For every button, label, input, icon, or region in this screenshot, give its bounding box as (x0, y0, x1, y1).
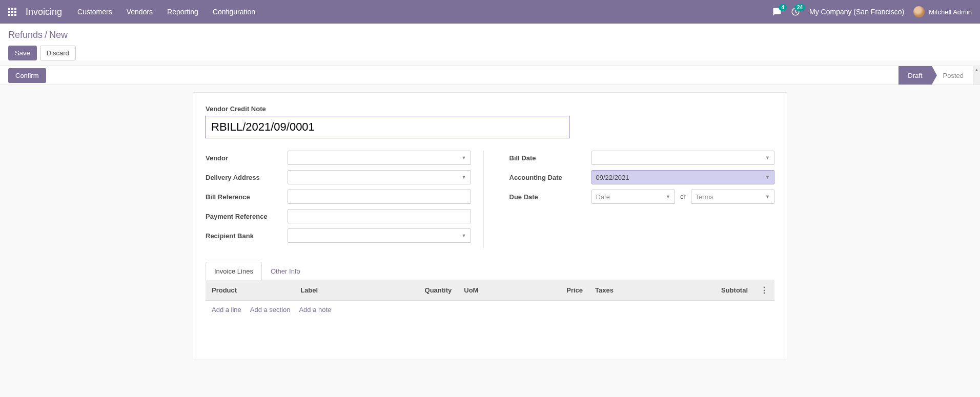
activities-icon[interactable]: 24 (791, 7, 800, 16)
svg-rect-1 (11, 8, 13, 10)
col-uom[interactable]: UoM (458, 280, 521, 301)
status-posted[interactable]: Posted (932, 66, 973, 85)
caret-down-icon: ▼ (462, 175, 466, 180)
bank-label: Recipient Bank (206, 232, 288, 240)
svg-rect-5 (14, 11, 16, 13)
svg-rect-7 (11, 14, 13, 16)
save-button[interactable]: Save (8, 46, 37, 60)
form-col-right: Bill Date ▼ Accounting Date 09/22/2021▼ … (509, 151, 775, 248)
acc-date-value: 09/22/2021 (596, 174, 629, 181)
scrollbar[interactable]: ▲ (973, 66, 980, 85)
title-label: Vendor Credit Note (206, 105, 774, 113)
vendor-select[interactable]: ▼ (288, 151, 471, 165)
due-date-input[interactable]: Date▼ (591, 190, 675, 204)
add-note-link[interactable]: Add a note (299, 306, 331, 314)
avatar (913, 6, 925, 17)
kebab-icon[interactable]: ⋮ (760, 286, 768, 295)
add-links-row: Add a line Add a section Add a note (206, 301, 774, 319)
svg-rect-8 (14, 14, 16, 16)
svg-rect-6 (8, 14, 10, 16)
bank-select[interactable]: ▼ (288, 228, 471, 243)
line-table: Product Label Quantity UoM Price Taxes S… (206, 280, 774, 319)
status-steps: Draft Posted (899, 66, 973, 85)
company-name[interactable]: My Company (San Francisco) (809, 8, 904, 16)
nav-configuration[interactable]: Configuration (213, 8, 255, 16)
activities-badge: 24 (794, 4, 805, 11)
app-title[interactable]: Invoicing (26, 7, 62, 17)
terms-select[interactable]: Terms▼ (691, 190, 774, 204)
col-subtotal[interactable]: Subtotal (662, 280, 754, 301)
nav-vendors[interactable]: Vendors (127, 8, 153, 16)
breadcrumb: Refunds/New (8, 30, 972, 40)
discard-button[interactable]: Discard (40, 46, 76, 60)
caret-down-icon: ▼ (666, 194, 670, 199)
breadcrumb-parent[interactable]: Refunds (8, 30, 43, 40)
confirm-button[interactable]: Confirm (8, 68, 46, 83)
messages-badge: 4 (779, 4, 787, 11)
acc-date-input[interactable]: 09/22/2021▼ (591, 170, 775, 184)
col-taxes[interactable]: Taxes (589, 280, 662, 301)
svg-rect-3 (8, 11, 10, 13)
col-product[interactable]: Product (206, 280, 294, 301)
nav-reporting[interactable]: Reporting (167, 8, 198, 16)
col-quantity[interactable]: Quantity (365, 280, 458, 301)
col-price[interactable]: Price (521, 280, 589, 301)
status-bar: Confirm Draft Posted ▲ (0, 66, 980, 85)
caret-down-icon: ▼ (462, 233, 466, 238)
nav-right: 4 24 My Company (San Francisco) Mitchell… (772, 6, 972, 17)
bill-date-input[interactable]: ▼ (591, 151, 775, 165)
tabs: Invoice Lines Other Info (206, 261, 774, 280)
form-col-left: Vendor ▼ Delivery Address ▼ Bill Referen… (206, 151, 484, 248)
svg-rect-0 (8, 8, 10, 10)
scroll-up-icon[interactable]: ▲ (973, 66, 980, 73)
user-name: Mitchell Admin (929, 8, 972, 16)
svg-rect-2 (14, 8, 16, 10)
bill-ref-input[interactable] (288, 190, 471, 204)
delivery-label: Delivery Address (206, 174, 288, 181)
vendor-label: Vendor (206, 154, 288, 162)
user-menu[interactable]: Mitchell Admin (913, 6, 972, 17)
apps-icon[interactable] (8, 8, 16, 16)
nav-menu: Customers Vendors Reporting Configuratio… (77, 8, 255, 16)
bill-date-label: Bill Date (509, 154, 591, 162)
caret-down-icon: ▼ (765, 175, 770, 180)
breadcrumb-bar: Refunds/New Save Discard (0, 24, 980, 60)
caret-down-icon: ▼ (462, 155, 466, 160)
breadcrumb-current: New (49, 30, 68, 40)
add-section-link[interactable]: Add a section (250, 306, 291, 314)
nav-customers[interactable]: Customers (77, 8, 112, 16)
action-buttons: Save Discard (8, 46, 972, 60)
breadcrumb-sep: / (45, 30, 47, 40)
form-grid: Vendor ▼ Delivery Address ▼ Bill Referen… (206, 151, 774, 248)
svg-rect-4 (11, 11, 13, 13)
status-draft[interactable]: Draft (899, 66, 931, 85)
caret-down-icon: ▼ (765, 155, 770, 160)
pay-ref-input[interactable] (288, 209, 471, 223)
top-nav: Invoicing Customers Vendors Reporting Co… (0, 0, 980, 24)
caret-down-icon: ▼ (765, 194, 770, 199)
delivery-select[interactable]: ▼ (288, 170, 471, 184)
due-date-label: Due Date (509, 193, 591, 201)
col-label[interactable]: Label (294, 280, 364, 301)
bill-ref-label: Bill Reference (206, 193, 288, 201)
pay-ref-label: Payment Reference (206, 213, 288, 220)
tab-invoice-lines[interactable]: Invoice Lines (206, 262, 262, 280)
add-line-link[interactable]: Add a line (212, 306, 241, 314)
messages-icon[interactable]: 4 (772, 7, 782, 16)
tab-other-info[interactable]: Other Info (262, 262, 309, 280)
title-input[interactable] (206, 116, 569, 138)
acc-date-label: Accounting Date (509, 174, 591, 181)
or-text: or (680, 193, 686, 200)
form-container: Vendor Credit Note Vendor ▼ Delivery Add… (193, 92, 787, 360)
